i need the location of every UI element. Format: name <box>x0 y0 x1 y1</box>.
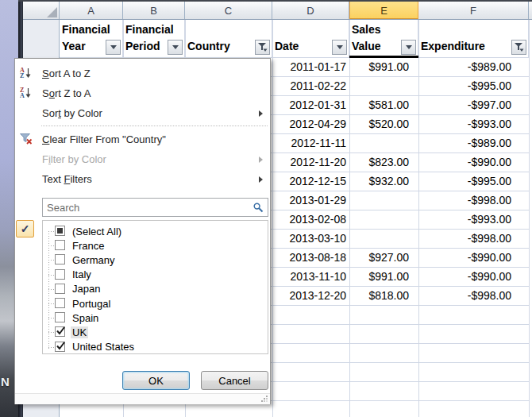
cell-date[interactable]: 2012-12-15 <box>272 172 349 191</box>
cell-expenditure[interactable]: -$995.00 <box>418 172 529 191</box>
cell-expenditure[interactable]: -$998.00 <box>418 191 529 210</box>
cell-sales[interactable] <box>349 134 418 153</box>
search-icon[interactable] <box>253 203 264 213</box>
cancel-button[interactable]: Cancel <box>201 371 268 390</box>
cell-expenditure[interactable]: -$993.00 <box>418 210 529 229</box>
cell-sales[interactable]: $927.00 <box>349 249 418 267</box>
menu-resize-strip[interactable] <box>15 393 270 404</box>
cell-date[interactable]: 2011-02-22 <box>272 77 349 95</box>
search-input[interactable] <box>43 199 255 216</box>
cell-sales[interactable]: $581.00 <box>349 96 418 114</box>
menu-item-label: Filter by Color <box>42 153 106 165</box>
cell-sales[interactable] <box>349 77 418 95</box>
cell-expenditure[interactable]: -$990.00 <box>418 268 529 286</box>
checkbox-checked[interactable] <box>55 326 65 337</box>
menu-item-label: Sort A to Z <box>42 68 91 79</box>
menu-item-sort-a-to-z[interactable]: AZSort A to Z <box>15 64 270 83</box>
ok-button[interactable]: OK <box>122 371 190 390</box>
cell-date[interactable]: 2013-11-10 <box>272 268 349 286</box>
filter-option-france[interactable]: France <box>43 238 268 253</box>
header-cell-date[interactable]: Date <box>272 20 349 58</box>
checkbox-indeterminate[interactable] <box>55 226 65 236</box>
cell-date[interactable]: 2012-01-31 <box>272 96 349 114</box>
active-cell-border <box>349 56 418 58</box>
column-header-b[interactable]: B <box>123 2 185 19</box>
filter-dropdown-button[interactable] <box>106 40 121 55</box>
cell-sales[interactable]: $520.00 <box>349 115 418 133</box>
filter-dropdown-button[interactable] <box>168 40 183 55</box>
header-cell-country[interactable]: Country <box>185 20 272 58</box>
cell-expenditure[interactable]: -$989.00 <box>418 134 529 153</box>
checkbox-unchecked[interactable] <box>55 284 65 294</box>
filter-applied-button[interactable] <box>255 40 270 55</box>
filter-option-uk[interactable]: UK <box>43 325 268 339</box>
filter-dropdown-button[interactable] <box>401 40 416 55</box>
menu-item-text-filters[interactable]: Text Filters <box>15 169 270 189</box>
resize-grip-icon[interactable] <box>260 395 268 403</box>
cell-sales[interactable]: $991.00 <box>349 58 418 76</box>
filter-value-list: (Select All)FranceGermanyItalyJapanPortu… <box>42 220 268 354</box>
cell-expenditure[interactable]: -$995.00 <box>418 77 529 95</box>
cell-date[interactable]: 2013-08-18 <box>272 249 349 267</box>
cell-date[interactable]: 2012-11-20 <box>272 153 349 172</box>
checkbox-unchecked[interactable] <box>55 240 65 250</box>
column-header-a[interactable]: A <box>60 2 123 19</box>
filter-option-label: UK <box>71 326 88 338</box>
filter-option-portugal[interactable]: Portugal <box>43 296 268 311</box>
cell-sales[interactable]: $991.00 <box>349 268 418 286</box>
cell-sales[interactable]: $823.00 <box>349 153 418 172</box>
cell-sales[interactable] <box>349 191 418 210</box>
menu-item-clear-filter-from-country[interactable]: Clear Filter From "Country" <box>15 129 270 149</box>
checkbox-unchecked[interactable] <box>55 298 65 308</box>
header-cell-sales-value[interactable]: Sales Value <box>349 20 418 58</box>
header-cell-expenditure[interactable]: Expenditure <box>418 20 529 58</box>
cell-expenditure[interactable]: -$990.00 <box>418 153 529 172</box>
cell-sales[interactable] <box>349 210 418 229</box>
menu-item-sort-z-to-a[interactable]: ZASort Z to A <box>15 83 270 103</box>
filter-option-label: United States <box>71 341 136 353</box>
cell-sales[interactable]: $818.00 <box>349 287 418 305</box>
header-cell-financial-year[interactable]: Financial Year <box>60 20 123 58</box>
filter-check-highlight-button[interactable]: ✓ <box>16 220 34 237</box>
header-cell-financial-period[interactable]: Financial Period <box>123 20 185 58</box>
cell-date[interactable]: 2013-12-20 <box>272 287 349 305</box>
checkbox-unchecked[interactable] <box>55 312 65 322</box>
dropdown-arrow-icon <box>406 45 412 49</box>
cell-expenditure[interactable]: -$998.00 <box>418 230 529 248</box>
select-all-corner[interactable] <box>23 2 60 19</box>
filter-option-italy[interactable]: Italy <box>43 268 268 282</box>
cell-sales[interactable] <box>349 230 418 248</box>
cell-date[interactable]: 2012-11-11 <box>272 134 349 153</box>
column-header-f[interactable]: F <box>418 2 529 19</box>
filter-option-select-all[interactable]: (Select All) <box>43 224 268 238</box>
menu-item-filter-by-color[interactable]: Filter by Color <box>15 149 270 169</box>
filter-applied-button[interactable] <box>511 40 526 55</box>
cell-expenditure[interactable]: -$989.00 <box>418 58 529 76</box>
filter-dropdown-button[interactable] <box>332 40 347 55</box>
checkbox-unchecked[interactable] <box>55 254 65 264</box>
checkbox-unchecked[interactable] <box>55 269 65 280</box>
sort-za-icon: ZA <box>20 85 37 101</box>
column-header-c[interactable]: C <box>185 2 272 19</box>
filter-option-germany[interactable]: Germany <box>43 253 268 267</box>
cell-date[interactable]: 2013-01-29 <box>272 191 349 210</box>
cell-date[interactable]: 2013-02-08 <box>272 210 349 229</box>
filter-option-spain[interactable]: Spain <box>43 311 268 325</box>
cell-sales[interactable]: $932.00 <box>349 172 418 191</box>
cell-date[interactable]: 2012-04-29 <box>272 115 349 133</box>
column-header-strip: A B C D E F <box>23 2 532 20</box>
checkbox-checked[interactable] <box>55 342 65 352</box>
column-header-e-selected[interactable]: E <box>349 2 418 19</box>
cell-expenditure[interactable]: -$990.00 <box>418 249 529 267</box>
indeterminate-mark <box>57 228 63 234</box>
cell-expenditure[interactable]: -$993.00 <box>418 115 529 133</box>
menu-item-sort-by-color[interactable]: Sort by Color <box>15 103 270 123</box>
column-header-d[interactable]: D <box>272 2 349 19</box>
cell-date[interactable]: 2013-03-10 <box>272 230 349 248</box>
cell-date[interactable]: 2011-01-17 <box>272 58 349 76</box>
filter-option-united-states[interactable]: United States <box>43 340 268 354</box>
cell-expenditure[interactable]: -$998.00 <box>418 287 529 305</box>
autofilter-menu: AZSort A to ZZASort Z to ASort by ColorC… <box>14 58 271 404</box>
cell-expenditure[interactable]: -$997.00 <box>418 96 529 114</box>
filter-option-japan[interactable]: Japan <box>43 282 268 296</box>
